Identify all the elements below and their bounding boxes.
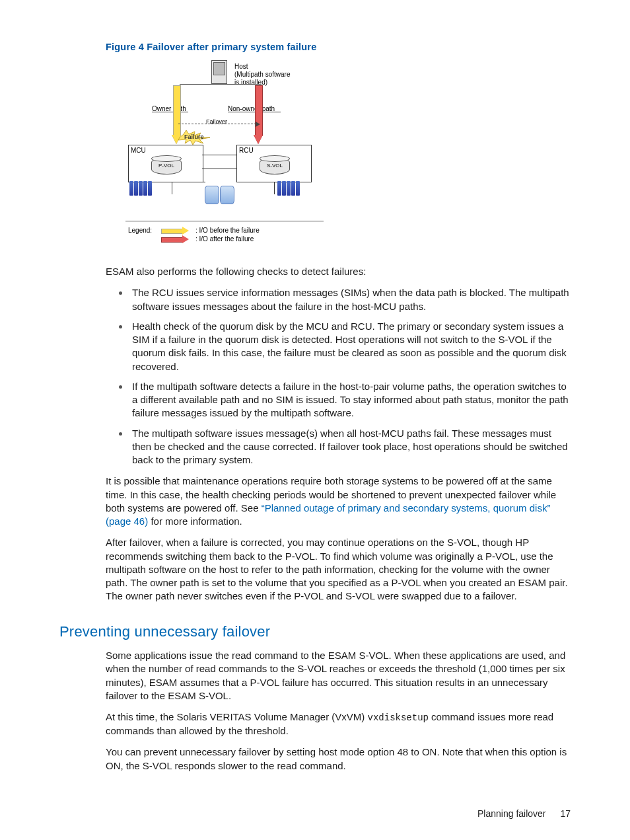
quorum-link-left — [172, 182, 205, 194]
svol-cylinder: S-VOL — [260, 157, 290, 174]
disk-array-left-icon — [129, 181, 160, 196]
pvol-cylinder: P-VOL — [151, 157, 182, 174]
quorum-disk-icon — [205, 186, 240, 204]
intro-paragraph: ESAM also performs the following checks … — [106, 265, 571, 278]
failure-label: Failure — [184, 134, 204, 140]
prevent-2a: At this time, the Solaris VERITAS Volume… — [106, 711, 368, 722]
list-item: Health check of the quorum disk by the M… — [129, 320, 571, 373]
page-footer: Planning failover 17 — [477, 808, 571, 819]
vxdisksetup-command: vxdisksetup — [368, 712, 429, 723]
legend: Legend: : I/O before the failure : I/O a… — [125, 221, 324, 244]
nonowner-path-arrow — [255, 85, 263, 136]
figure-caption: Figure 4 Failover after primary system f… — [106, 42, 571, 52]
checks-list: The RCU issues service information messa… — [106, 286, 571, 467]
owner-path-underline — [152, 112, 188, 112]
list-item: The multipath software issues message(s)… — [129, 427, 571, 467]
connector-line — [218, 84, 262, 85]
quorum-link-right — [241, 182, 275, 194]
figure-diagram: Host (Multipath software is installed) O… — [119, 59, 337, 257]
mcu-box: MCU P-VOL — [128, 145, 203, 182]
prevent-paragraph-3: You can prevent unnecessary failover by … — [106, 745, 571, 773]
legend-before-text: : I/O before the failure — [195, 227, 260, 234]
page-number: 17 — [560, 808, 571, 819]
maintenance-text-b: for more information. — [148, 515, 242, 527]
rcu-label: RCU — [239, 147, 254, 154]
rcu-box: RCU S-VOL — [236, 145, 312, 182]
list-item: The RCU issues service information messa… — [129, 286, 571, 313]
disk-array-right-icon — [277, 181, 308, 196]
diagram-canvas: Host (Multipath software is installed) O… — [119, 59, 337, 257]
legend-after-text: : I/O after the failure — [195, 235, 254, 243]
prevent-paragraph-2: At this time, the Solaris VERITAS Volume… — [106, 710, 571, 738]
maintenance-paragraph: It is possible that maintenance operatio… — [106, 475, 571, 528]
host-label: Host (Multipath software is installed) — [234, 63, 327, 87]
connector-line — [180, 84, 218, 85]
host-icon — [211, 60, 227, 84]
footer-section-title: Planning failover — [477, 808, 546, 819]
legend-key-label: Legend: — [128, 227, 161, 234]
mcu-label: MCU — [131, 147, 146, 154]
legend-after-arrow-icon — [161, 236, 190, 243]
body-text: ESAM also performs the following checks … — [106, 265, 571, 773]
page: Figure 4 Failover after primary system f… — [0, 0, 630, 840]
list-item: If the multipath software detects a fail… — [129, 380, 571, 420]
nonowner-path-arrowhead — [254, 135, 263, 144]
failover-arrow — [178, 124, 256, 124]
nonowner-path-underline — [228, 112, 281, 112]
after-failover-paragraph: After failover, when a failure is correc… — [106, 536, 571, 603]
section-heading-preventing: Preventing unnecessary failover — [59, 622, 571, 642]
prevent-paragraph-1: Some applications issue the read command… — [106, 649, 571, 703]
legend-before-arrow-icon — [161, 227, 190, 234]
mcu-rcu-link — [202, 155, 236, 169]
owner-path-arrow — [173, 85, 181, 136]
